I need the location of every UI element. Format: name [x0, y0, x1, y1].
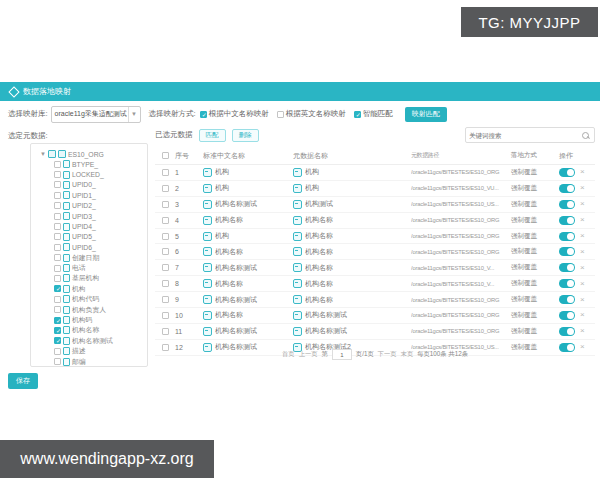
mode-option[interactable]: 根据英文名称映射: [277, 109, 346, 119]
checkbox-icon[interactable]: [54, 306, 61, 313]
pagination-next[interactable]: 下一页: [378, 350, 397, 359]
table-row[interactable]: 2 机构 机构 /oracle11gcs/BITESTES/ES10_VU...…: [155, 181, 595, 197]
enable-toggle[interactable]: [559, 168, 575, 177]
checkbox-icon[interactable]: [54, 265, 61, 272]
row-checkbox[interactable]: [162, 264, 169, 271]
checkbox-icon[interactable]: [54, 348, 61, 355]
table-row[interactable]: 7 机构名称测试 机构名称 /oracle11gcs/BITESTES/ES10…: [155, 260, 595, 276]
delete-row-icon[interactable]: ×: [580, 248, 585, 256]
row-checkbox[interactable]: [162, 185, 169, 192]
tree-item[interactable]: UPID0_: [54, 180, 144, 190]
row-checkbox[interactable]: [162, 169, 169, 176]
checkbox-icon[interactable]: [54, 223, 61, 230]
row-checkbox[interactable]: [162, 217, 169, 224]
delete-row-icon[interactable]: ×: [580, 184, 585, 192]
table-row[interactable]: 5 机构 机构名称 /oracle11gcs/BITESTES/ES10_ORG…: [155, 229, 595, 245]
delete-row-icon[interactable]: ×: [580, 311, 585, 319]
tree-item[interactable]: UPID5_: [54, 232, 144, 242]
tree-item[interactable]: BTYPE_: [54, 159, 144, 169]
row-checkbox[interactable]: [162, 328, 169, 335]
delete-row-icon[interactable]: ×: [580, 232, 585, 240]
match-button[interactable]: 匹配: [199, 129, 226, 142]
row-checkbox[interactable]: [162, 296, 169, 303]
tree-item[interactable]: 描述: [54, 346, 144, 356]
enable-toggle[interactable]: [559, 295, 575, 304]
delete-row-icon[interactable]: ×: [580, 280, 585, 288]
checkbox-icon[interactable]: [54, 317, 61, 324]
tree-item[interactable]: UPID2_: [54, 201, 144, 211]
mode-option[interactable]: 智能匹配: [354, 109, 393, 119]
tree-item[interactable]: 机构名称: [54, 325, 144, 335]
checkbox-icon[interactable]: [354, 111, 361, 118]
caret-down-icon[interactable]: ▼: [40, 151, 46, 157]
pagination-prev[interactable]: 上一页: [299, 350, 318, 359]
checkbox-icon[interactable]: [54, 337, 61, 344]
tree-item[interactable]: 机构代码: [54, 294, 144, 304]
delete-button[interactable]: 删除: [232, 129, 259, 142]
delete-row-icon[interactable]: ×: [580, 264, 585, 272]
tree-item[interactable]: 电话: [54, 263, 144, 273]
page-number-input[interactable]: [332, 349, 352, 360]
table-row[interactable]: 11 机构名称测试 机构名称测试 /oracle11gcs/BITESTES/E…: [155, 324, 595, 340]
enable-toggle[interactable]: [559, 247, 575, 256]
mode-option[interactable]: 根据中文名称映射: [200, 109, 269, 119]
tree-item[interactable]: 机构码: [54, 315, 144, 325]
tree-item[interactable]: 机构名称测试: [54, 336, 144, 346]
row-checkbox[interactable]: [162, 201, 169, 208]
table-row[interactable]: 3 机构名称测试 机构测试 /oracle11gcs/BITESTES/ES10…: [155, 197, 595, 213]
tree-item[interactable]: UPID4_: [54, 221, 144, 231]
checkbox-icon[interactable]: [54, 285, 61, 292]
tree-item[interactable]: 基层机构: [54, 273, 144, 283]
checkbox-icon[interactable]: [277, 111, 284, 118]
tree-item[interactable]: LOCKED_: [54, 169, 144, 179]
delete-row-icon[interactable]: ×: [580, 296, 585, 304]
delete-row-icon[interactable]: ×: [580, 200, 585, 208]
row-checkbox[interactable]: [162, 233, 169, 240]
select-all-checkbox[interactable]: [162, 152, 169, 159]
tree-item[interactable]: UPID1_: [54, 190, 144, 200]
pagination-last[interactable]: 末页: [401, 350, 414, 359]
tree-item[interactable]: UPID6_: [54, 242, 144, 252]
save-button[interactable]: 保存: [8, 373, 38, 389]
table-row[interactable]: 10 机构名称 机构名称测试 /oracle11gcs/BITESTES/ES1…: [155, 308, 595, 324]
tree-item[interactable]: 机构负责人: [54, 304, 144, 314]
enable-toggle[interactable]: [559, 311, 575, 320]
match-mapping-button[interactable]: 映射匹配: [405, 107, 447, 122]
tree-item[interactable]: 创建日期: [54, 253, 144, 263]
table-row[interactable]: 1 机构 机构 /oracle11gcs/BITESTES/ES10_ORG 强…: [155, 165, 595, 181]
library-select[interactable]: oracle11g采集适配测试 ▼: [51, 106, 141, 123]
table-row[interactable]: 9 机构名称测试 机构名称 /oracle11gcs/BITESTES/ES10…: [155, 292, 595, 308]
checkbox-icon[interactable]: [54, 233, 61, 240]
tree-item[interactable]: 机构: [54, 284, 144, 294]
enable-toggle[interactable]: [559, 279, 575, 288]
delete-row-icon[interactable]: ×: [580, 327, 585, 335]
checkbox-icon[interactable]: [54, 171, 61, 178]
enable-toggle[interactable]: [559, 327, 575, 336]
pagination-first[interactable]: 首页: [282, 350, 295, 359]
checkbox-icon[interactable]: [54, 275, 61, 282]
row-checkbox[interactable]: [162, 312, 169, 319]
table-row[interactable]: 4 机构名称 机构名称 /oracle11gcs/BITESTES/ES10_O…: [155, 213, 595, 229]
checkbox-icon[interactable]: [54, 327, 61, 334]
enable-toggle[interactable]: [559, 232, 575, 241]
enable-toggle[interactable]: [559, 263, 575, 272]
table-row[interactable]: 6 机构名称 机构名称 /oracle11gcs/BITESTES/ES10_O…: [155, 244, 595, 260]
enable-toggle[interactable]: [559, 184, 575, 193]
delete-row-icon[interactable]: ×: [580, 216, 585, 224]
checkbox-icon[interactable]: [200, 111, 207, 118]
enable-toggle[interactable]: [559, 216, 575, 225]
checkbox-icon[interactable]: [54, 181, 61, 188]
row-checkbox[interactable]: [162, 280, 169, 287]
tree-item[interactable]: 邮编: [54, 356, 144, 366]
checkbox-icon[interactable]: [54, 358, 61, 365]
search-box[interactable]: [465, 127, 595, 143]
enable-toggle[interactable]: [559, 200, 575, 209]
checkbox-icon[interactable]: [54, 244, 61, 251]
tree-root-node[interactable]: ▼ ES10_ORG: [40, 149, 144, 159]
search-icon[interactable]: [582, 132, 589, 139]
search-input[interactable]: [466, 132, 582, 139]
delete-row-icon[interactable]: ×: [580, 168, 585, 176]
tree-item[interactable]: UPID3_: [54, 211, 144, 221]
row-checkbox[interactable]: [162, 248, 169, 255]
checkbox-icon[interactable]: [54, 213, 61, 220]
